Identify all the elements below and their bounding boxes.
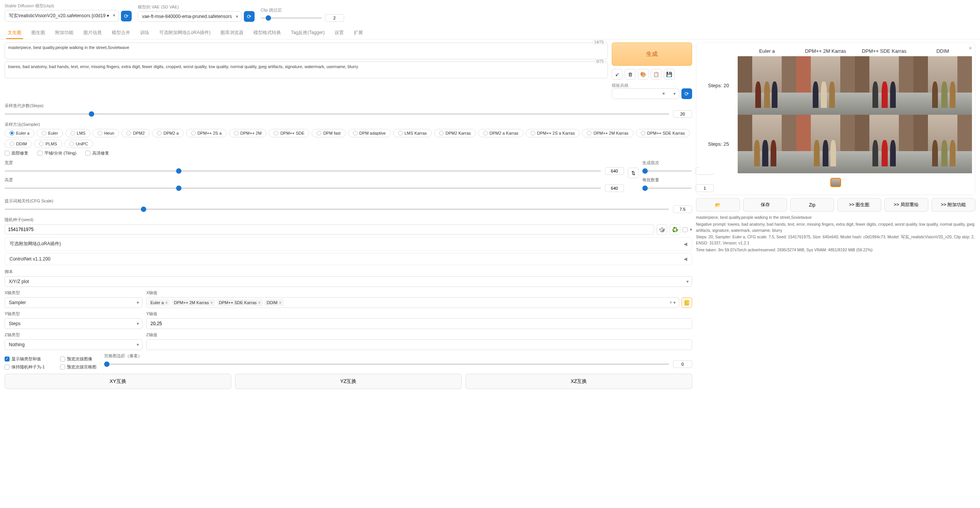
- sampler-option[interactable]: DPM++ 2M Karras: [582, 129, 633, 137]
- x-type-select[interactable]: Sampler: [5, 297, 142, 308]
- xy-swap-button[interactable]: XY互换: [5, 374, 231, 389]
- swap-dims-button[interactable]: ⇅: [628, 168, 639, 178]
- sampler-option[interactable]: DPM2 a: [152, 129, 184, 137]
- keep-seed-checkbox[interactable]: [5, 365, 10, 370]
- include-grid-checkbox[interactable]: [60, 365, 65, 370]
- x-value-tag[interactable]: DPM++ SDE Karras ×: [217, 299, 263, 306]
- style-select[interactable]: ×: [612, 88, 679, 99]
- steps-input[interactable]: [673, 110, 692, 118]
- lora-accordion[interactable]: 可选附加网络(LoRA插件)◀: [5, 237, 692, 251]
- tab-txt2img[interactable]: 文生图: [6, 27, 23, 39]
- generated-image[interactable]: [913, 56, 972, 115]
- clip-skip-slider[interactable]: [261, 17, 322, 19]
- tab-settings[interactable]: 设置: [333, 27, 345, 39]
- sampler-option[interactable]: DPM2 a Karras: [478, 129, 523, 137]
- sampler-option[interactable]: Euler a: [5, 129, 34, 137]
- xz-swap-button[interactable]: XZ互换: [466, 374, 692, 389]
- save-button[interactable]: 保存: [743, 198, 787, 212]
- send-inpaint-button[interactable]: >> 局部重绘: [884, 198, 928, 212]
- clip-skip-input[interactable]: [325, 14, 344, 22]
- x-value-tag[interactable]: Euler a ×: [148, 299, 170, 306]
- prompt-positive-text[interactable]: masterpiece, best quality,people walking…: [8, 45, 604, 50]
- clipboard-icon[interactable]: 📋: [651, 69, 662, 80]
- open-folder-button[interactable]: 📂: [696, 198, 740, 212]
- tab-convert[interactable]: 模型格式转换: [252, 27, 283, 39]
- save-style-icon[interactable]: 💾: [664, 69, 675, 80]
- style-refresh-button[interactable]: ⟳: [681, 88, 692, 99]
- tab-lora[interactable]: 可选附加网络(LoRA插件): [158, 27, 212, 39]
- generate-button[interactable]: 生成: [612, 42, 692, 66]
- tab-merge[interactable]: 模型合并: [110, 27, 132, 39]
- book-button[interactable]: 📒: [681, 297, 692, 308]
- generated-image[interactable]: [796, 115, 855, 173]
- y-val-input[interactable]: [146, 318, 692, 329]
- ckpt-select[interactable]: 写实\realisticVisionV20_v20.safetensors [c…: [5, 10, 119, 22]
- sampler-option[interactable]: DPM++ SDE: [269, 129, 309, 137]
- tab-pnginfo[interactable]: 图片信息: [82, 27, 103, 39]
- sampler-option[interactable]: LMS Karras: [393, 129, 432, 137]
- recycle-button[interactable]: ♻️: [670, 224, 680, 235]
- send-img2img-button[interactable]: >> 图生图: [837, 198, 881, 212]
- sampler-option[interactable]: DDIM: [5, 140, 32, 148]
- x-value-tag[interactable]: DDIM ×: [265, 299, 284, 306]
- y-type-select[interactable]: Steps: [5, 318, 142, 329]
- sampler-option[interactable]: DPM2 Karras: [434, 129, 476, 137]
- generated-image[interactable]: [738, 115, 796, 173]
- height-slider[interactable]: [5, 187, 601, 189]
- cfg-slider[interactable]: [5, 208, 669, 210]
- z-val-input[interactable]: [146, 339, 692, 350]
- send-extras-button[interactable]: >> 附加功能: [931, 198, 975, 212]
- sampler-option[interactable]: LMS: [65, 129, 91, 137]
- tiling-checkbox[interactable]: [38, 151, 42, 156]
- sampler-option[interactable]: DPM++ 2M: [229, 129, 267, 137]
- seed-input[interactable]: [5, 225, 654, 234]
- seed-extra-checkbox[interactable]: [683, 227, 688, 232]
- generated-image[interactable]: [855, 115, 913, 173]
- generated-image[interactable]: [855, 56, 913, 115]
- vae-select[interactable]: vae-ft-mse-840000-ema-pruned.safetensors: [138, 11, 242, 22]
- prompt-negative-text[interactable]: lowres, bad anatomy, bad hands, text, er…: [8, 64, 604, 69]
- trash-icon[interactable]: 🗑: [625, 69, 635, 80]
- tab-gallery[interactable]: 图库浏览器: [219, 27, 245, 39]
- ckpt-refresh-button[interactable]: ⟳: [121, 11, 132, 21]
- show-axes-checkbox[interactable]: [5, 357, 10, 361]
- sampler-option[interactable]: DPM++ SDE Karras: [636, 129, 690, 137]
- sampler-option[interactable]: Heun: [93, 129, 119, 137]
- batch-size-slider[interactable]: [642, 187, 692, 189]
- face-restore-checkbox[interactable]: [5, 151, 10, 156]
- sampler-option[interactable]: PLMS: [34, 140, 62, 148]
- sampler-option[interactable]: UniPC: [64, 140, 93, 148]
- z-type-select[interactable]: Nothing: [5, 339, 142, 350]
- width-slider[interactable]: [5, 170, 601, 172]
- include-sub-checkbox[interactable]: [60, 357, 65, 361]
- sampler-option[interactable]: DPM++ 2S a: [186, 129, 227, 137]
- margin-slider[interactable]: [104, 363, 669, 365]
- palette-icon[interactable]: 🎨: [638, 69, 648, 80]
- output-thumbnail[interactable]: [830, 178, 841, 187]
- generated-image[interactable]: [913, 115, 972, 173]
- zip-button[interactable]: Zip: [790, 198, 834, 212]
- sampler-option[interactable]: DPM2: [121, 129, 150, 137]
- close-icon[interactable]: ×: [969, 45, 972, 51]
- batch-count-slider[interactable]: [642, 170, 692, 172]
- margin-input[interactable]: [673, 360, 692, 368]
- vae-refresh-button[interactable]: ⟳: [244, 11, 255, 22]
- sampler-option[interactable]: DPM++ 2S a Karras: [526, 129, 580, 137]
- tab-tagger[interactable]: Tag反推(Tagger): [289, 27, 326, 39]
- hires-checkbox[interactable]: [85, 151, 90, 156]
- controlnet-accordion[interactable]: ControlNet v1.1.200◀: [5, 253, 692, 265]
- sampler-option[interactable]: DPM fast: [312, 129, 345, 137]
- generated-image[interactable]: [738, 56, 796, 115]
- yz-swap-button[interactable]: YZ互换: [235, 374, 462, 389]
- x-value-tag[interactable]: DPM++ 2M Karras ×: [172, 299, 215, 306]
- tab-extras[interactable]: 附加功能: [54, 27, 75, 39]
- cfg-input[interactable]: [673, 205, 692, 213]
- x-clear-icon[interactable]: × ▾: [670, 300, 677, 305]
- steps-slider[interactable]: [5, 113, 669, 115]
- tab-train[interactable]: 训练: [139, 27, 151, 39]
- tab-img2img[interactable]: 图生图: [30, 27, 47, 39]
- height-input[interactable]: [605, 184, 624, 192]
- dice-button[interactable]: 🎲: [657, 224, 667, 235]
- x-val-tags[interactable]: Euler a ×DPM++ 2M Karras ×DPM++ SDE Karr…: [146, 297, 679, 308]
- script-select[interactable]: X/Y/Z plot: [5, 276, 692, 287]
